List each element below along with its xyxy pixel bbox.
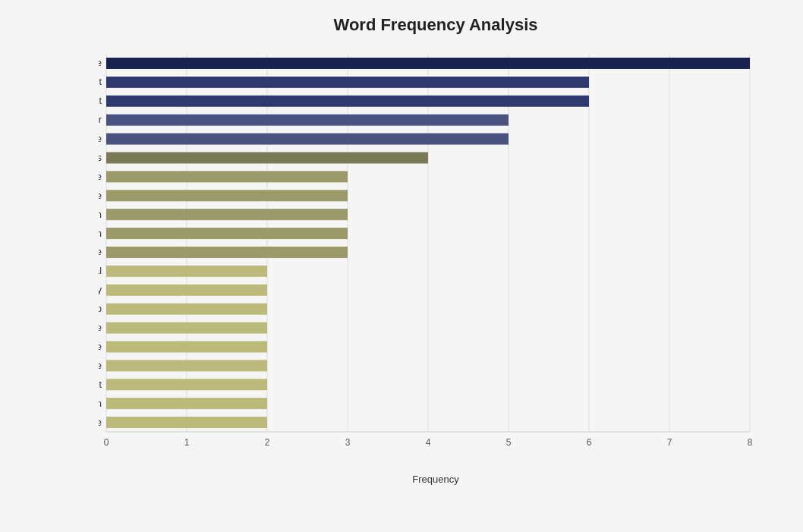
svg-text:strategy: strategy <box>99 285 102 295</box>
svg-text:judge: judge <box>99 58 102 68</box>
svg-text:7: 7 <box>667 437 672 448</box>
svg-text:district: district <box>99 96 102 106</box>
bar-chart-svg: 012345678judgecourtdistrictoconnorstatet… <box>99 49 773 467</box>
svg-rect-41 <box>106 266 267 277</box>
svg-rect-43 <box>106 285 267 296</box>
svg-rect-39 <box>106 247 348 258</box>
svg-text:oconnor: oconnor <box>99 115 102 125</box>
svg-rect-23 <box>106 96 589 107</box>
svg-rect-47 <box>106 323 267 334</box>
svg-rect-35 <box>106 209 348 220</box>
svg-rect-49 <box>106 341 267 352</box>
svg-rect-31 <box>106 171 348 182</box>
svg-text:act: act <box>99 379 102 390</box>
svg-text:4: 4 <box>426 437 431 448</box>
svg-text:serve: serve <box>99 342 102 352</box>
svg-text:1: 1 <box>184 437 190 448</box>
svg-text:file: file <box>99 247 102 257</box>
svg-rect-33 <box>106 190 348 201</box>
svg-rect-57 <box>106 417 267 428</box>
svg-rect-21 <box>106 77 589 88</box>
svg-text:0: 0 <box>104 437 109 448</box>
svg-text:administration: administration <box>99 209 102 220</box>
svg-rect-51 <box>106 360 267 371</box>
svg-rect-25 <box>106 115 509 126</box>
svg-text:legal: legal <box>99 266 102 276</box>
svg-text:6: 6 <box>587 437 592 448</box>
svg-text:rule: rule <box>99 360 102 371</box>
svg-text:8: 8 <box>748 437 753 448</box>
svg-text:time: time <box>99 417 102 428</box>
svg-rect-53 <box>106 379 267 390</box>
svg-text:texas: texas <box>99 153 102 163</box>
chart-title: Word Frequency Analysis <box>99 15 773 35</box>
svg-text:5: 5 <box>506 437 512 448</box>
x-axis-label: Frequency <box>99 474 773 485</box>
svg-text:trump: trump <box>99 304 102 314</box>
svg-rect-29 <box>106 152 428 163</box>
svg-rect-55 <box>106 398 267 409</box>
svg-text:court: court <box>99 77 102 87</box>
svg-text:overturn: overturn <box>99 398 102 409</box>
svg-rect-27 <box>106 134 509 145</box>
svg-text:3: 3 <box>345 437 351 448</box>
svg-text:northern: northern <box>99 228 102 239</box>
svg-text:conservative: conservative <box>99 172 102 182</box>
svg-rect-45 <box>106 304 267 315</box>
chart-container: Word Frequency Analysis 012345678judgeco… <box>0 0 803 532</box>
svg-text:state: state <box>99 134 102 144</box>
svg-rect-19 <box>106 58 750 69</box>
svg-text:2: 2 <box>265 437 270 448</box>
svg-rect-37 <box>106 228 348 239</box>
svg-text:supreme: supreme <box>99 323 102 333</box>
chart-inner: 012345678judgecourtdistrictoconnorstatet… <box>99 49 773 467</box>
svg-text:case: case <box>99 190 102 201</box>
